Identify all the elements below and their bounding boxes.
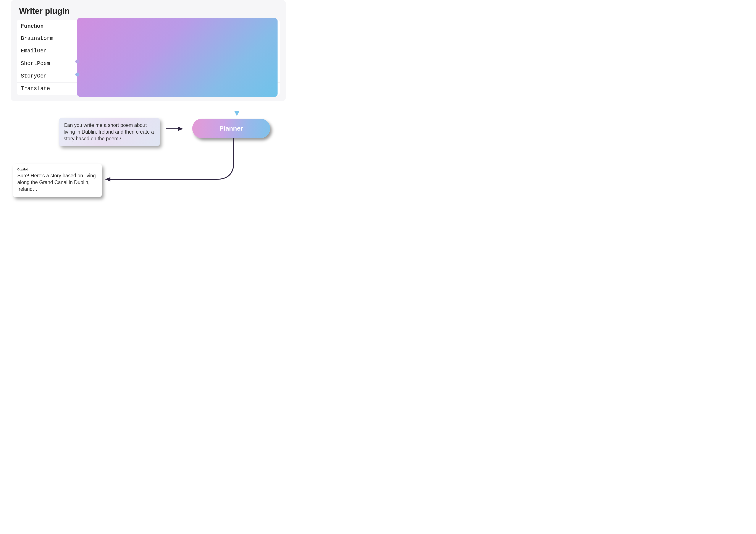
user-prompt-box: Can you write me a short poem about livi… — [59, 118, 160, 146]
table-row: Brainstorm Given a goal or topic descrip… — [17, 32, 280, 45]
writer-plugin-card: Writer plugin Function Description for m… — [11, 0, 286, 101]
function-desc: Translate the input into a language of y… — [73, 82, 280, 95]
function-desc: Turn a scenario into a short and enterta… — [73, 57, 280, 70]
arrow-down-icon — [230, 95, 243, 117]
connector-dot-icon — [75, 72, 79, 76]
function-name: ShortPoem — [17, 57, 73, 70]
header-function: Function — [17, 20, 73, 32]
prompt-text: Can you write me a short poem about livi… — [64, 122, 154, 141]
function-desc: Generate a list of synopsis for a novel … — [73, 70, 280, 82]
function-desc: Write an email from the given bullet poi… — [73, 45, 280, 57]
connector-dot-icon — [75, 60, 79, 64]
function-name: EmailGen — [17, 45, 73, 57]
function-name: StoryGen — [17, 70, 73, 82]
table-row: Translate Translate the input into a lan… — [17, 82, 280, 95]
response-text: Sure! Here's a story based on living alo… — [17, 172, 97, 192]
planner-node: Planner — [192, 119, 270, 138]
function-name: Translate — [17, 82, 73, 95]
copilot-response-box: Copilot Sure! Here's a story based on li… — [13, 164, 102, 197]
table-row: StoryGen Generate a list of synopsis for… — [17, 70, 280, 82]
svg-marker-4 — [105, 177, 110, 182]
table-row: EmailGen Write an email from the given b… — [17, 45, 280, 57]
svg-marker-1 — [234, 111, 239, 116]
table-row: ShortPoem Turn a scenario into a short a… — [17, 57, 280, 70]
arrow-right-icon — [166, 125, 184, 133]
function-name: Brainstorm — [17, 32, 73, 44]
plugin-title: Writer plugin — [19, 7, 280, 16]
header-description: Description for model — [73, 20, 280, 32]
table-header: Function Description for model — [17, 20, 280, 32]
function-desc: Given a goal or topic description genera… — [73, 32, 280, 44]
svg-marker-3 — [178, 127, 183, 131]
plugin-table: Function Description for model Brainstor… — [17, 20, 280, 95]
response-label: Copilot — [17, 168, 97, 171]
planner-label: Planner — [219, 125, 243, 132]
